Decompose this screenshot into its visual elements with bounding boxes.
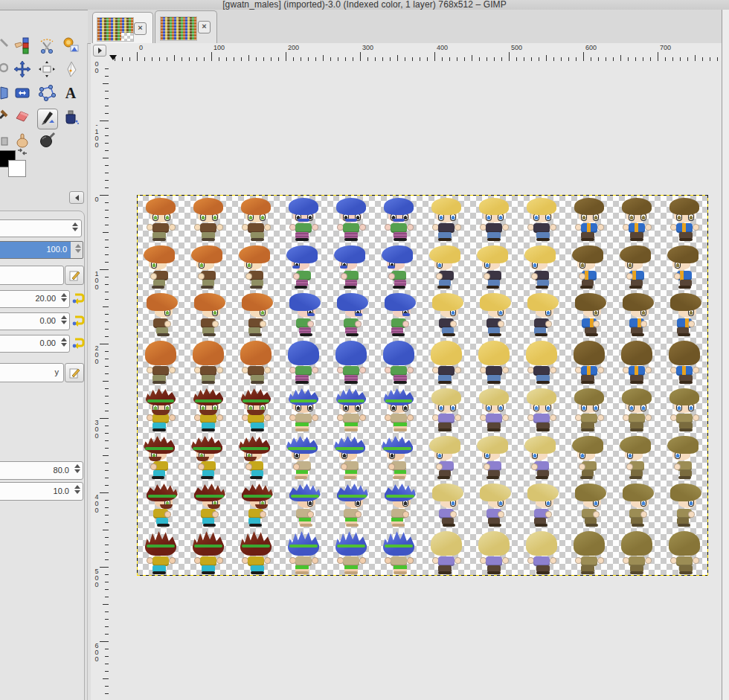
aspect-ratio-spinbox[interactable]: 0.00 xyxy=(0,312,70,330)
transparency-checker xyxy=(121,33,133,41)
sprite-blue-spiky-headband-right-frame2 xyxy=(375,481,423,528)
sprite-maroon-headband-beard-down-frame2 xyxy=(232,385,280,433)
sprite-blue-spiky-headband-down-frame0 xyxy=(280,385,327,433)
bucket-fill-tool-button[interactable] xyxy=(61,109,80,128)
title-bar[interactable]: [gwatn_males] (imported)-3.0 (Indexed co… xyxy=(0,0,729,10)
ink-size-value: 80.0 xyxy=(54,466,69,475)
ink-size-spinbox[interactable]: 80.0 xyxy=(0,461,83,480)
sprite-blue-mustache-man-up-frame0 xyxy=(280,338,327,385)
dynamics-input[interactable]: y xyxy=(0,363,64,382)
sprite-olive-bowl-cut-right-frame1 xyxy=(613,481,661,528)
sprite-sandy-purple-shirt-up-frame0 xyxy=(423,528,470,576)
sprite-blue-spiky-headband-left-frame2 xyxy=(375,433,423,481)
sprite-blue-spiky-headband-up-frame0 xyxy=(280,528,327,576)
sprite-sheet-thumbnail xyxy=(160,16,197,41)
ink-angle-spinner-icon[interactable] xyxy=(73,484,81,495)
align-tool-button[interactable] xyxy=(37,61,57,80)
sprite-blue-mustache-man-left-frame1 xyxy=(327,243,375,290)
angle-spinbox[interactable]: 0.00 xyxy=(0,335,70,353)
perspective-icon xyxy=(0,84,8,105)
eraser-tool-button[interactable] xyxy=(13,109,32,128)
sprite-maroon-headband-beard-down-frame1 xyxy=(184,385,232,433)
sprite-ginger-adventurer-up-frame0 xyxy=(137,338,184,385)
opacity-slider[interactable]: 100.0 xyxy=(0,241,83,259)
ink-size-spinner-icon[interactable] xyxy=(73,463,81,475)
scissors-select-tool-button[interactable] xyxy=(37,37,57,57)
sprite-brown-blue-jacket-right-frame0 xyxy=(565,290,613,338)
sprite-blue-mustache-man-down-frame1 xyxy=(327,195,375,243)
text-tool-button[interactable]: A xyxy=(61,85,80,104)
align-icon xyxy=(38,60,56,81)
angle-reset-icon[interactable] xyxy=(71,336,85,350)
sprite-sandy-purple-shirt-up-frame2 xyxy=(518,528,565,576)
scissors-select-icon xyxy=(38,36,56,57)
paintbrush-tool-button[interactable] xyxy=(0,109,9,128)
foreground-select-tool-button[interactable] xyxy=(61,37,80,57)
canvas-viewport[interactable] xyxy=(109,61,722,700)
angle-spinner-icon[interactable] xyxy=(60,336,68,348)
paths-tool-button[interactable] xyxy=(61,61,80,80)
v-ruler-label: - 1 0 0 xyxy=(94,122,100,149)
measure-tool-button[interactable] xyxy=(0,37,9,57)
flip-tool-button[interactable] xyxy=(13,85,32,104)
ink-tool-button[interactable] xyxy=(37,109,58,129)
zoom-tool-button[interactable] xyxy=(0,61,9,80)
brush-edit-button[interactable] xyxy=(65,266,84,285)
clone-tool-button[interactable] xyxy=(0,132,9,152)
sprite-ginger-adventurer-down-frame0 xyxy=(137,195,184,243)
sprite-ginger-adventurer-left-frame0 xyxy=(137,243,184,290)
edit-pencil-icon xyxy=(68,269,80,281)
dynamics-edit-button[interactable] xyxy=(65,363,84,382)
vertical-ruler[interactable]: - 2 0 0- 1 0 001 0 02 0 03 0 04 0 05 0 0… xyxy=(91,61,109,700)
sprite-olive-bowl-cut-right-frame0 xyxy=(565,481,613,528)
move-icon xyxy=(13,60,31,81)
paintbrush-icon xyxy=(0,108,8,129)
sprite-sandy-purple-shirt-left-frame2 xyxy=(518,433,565,481)
eraser-icon xyxy=(13,108,31,129)
dynamics-visible-text: y xyxy=(55,367,60,376)
opacity-spinner-icon[interactable] xyxy=(74,243,82,254)
image-canvas[interactable] xyxy=(137,195,708,576)
image-tab-strip: × × xyxy=(88,10,729,44)
sprite-blond-dark-jacket-left-frame2 xyxy=(518,243,565,290)
edit-pencil-icon xyxy=(68,367,80,379)
sprite-maroon-headband-beard-right-frame2 xyxy=(232,481,280,528)
image-tab-1[interactable]: × xyxy=(92,12,153,43)
horizontal-ruler[interactable]: 0100200300400500600700 xyxy=(109,43,722,62)
mode-combobox[interactable] xyxy=(0,219,82,237)
sprite-olive-bowl-cut-down-frame2 xyxy=(661,385,708,433)
swap-colors-icon[interactable] xyxy=(16,147,28,157)
aspect-spinner-icon[interactable] xyxy=(60,314,68,326)
image-tab-2-active[interactable]: × xyxy=(155,10,217,44)
size-reset-icon[interactable] xyxy=(71,292,85,305)
combo-arrows-icon[interactable] xyxy=(71,221,79,233)
sprite-sandy-purple-shirt-right-frame0 xyxy=(423,481,470,528)
h-ruler-label: 600 xyxy=(585,44,597,51)
brush-input[interactable] xyxy=(0,266,64,285)
close-tab-icon[interactable]: × xyxy=(198,21,211,33)
aspect-reset-icon[interactable] xyxy=(71,314,85,327)
cage-transform-tool-button[interactable] xyxy=(37,85,57,104)
right-dock-edge xyxy=(722,10,729,700)
sprite-blue-spiky-headband-down-frame2 xyxy=(375,385,423,433)
pane-splitter[interactable] xyxy=(87,43,88,700)
sprite-ginger-adventurer-left-frame2 xyxy=(232,243,280,290)
panel-collapse-button[interactable] xyxy=(69,191,84,204)
ruler-corner xyxy=(91,43,109,62)
canvas-menu-button[interactable] xyxy=(93,45,106,57)
sprite-maroon-headband-beard-left-frame1 xyxy=(184,433,232,481)
size-spinbox[interactable]: 20.00 xyxy=(0,290,70,308)
move-tool-button[interactable] xyxy=(13,61,32,80)
perspective-tool-button[interactable] xyxy=(0,85,9,104)
v-ruler-label: 5 0 0 xyxy=(94,568,100,588)
close-tab-icon[interactable]: × xyxy=(134,22,147,35)
select-by-color-tool-button[interactable] xyxy=(13,37,32,57)
sprite-brown-blue-jacket-left-frame0 xyxy=(565,243,613,290)
sprite-blue-mustache-man-left-frame0 xyxy=(280,243,327,290)
ink-angle-spinbox[interactable]: 10.0 xyxy=(0,482,83,501)
sprite-blue-spiky-headband-right-frame1 xyxy=(327,481,375,528)
sprite-maroon-headband-beard-right-frame1 xyxy=(184,481,232,528)
size-spinner-icon[interactable] xyxy=(60,292,68,304)
background-color-swatch[interactable] xyxy=(8,160,26,177)
dodge-burn-tool-button[interactable] xyxy=(37,132,57,152)
